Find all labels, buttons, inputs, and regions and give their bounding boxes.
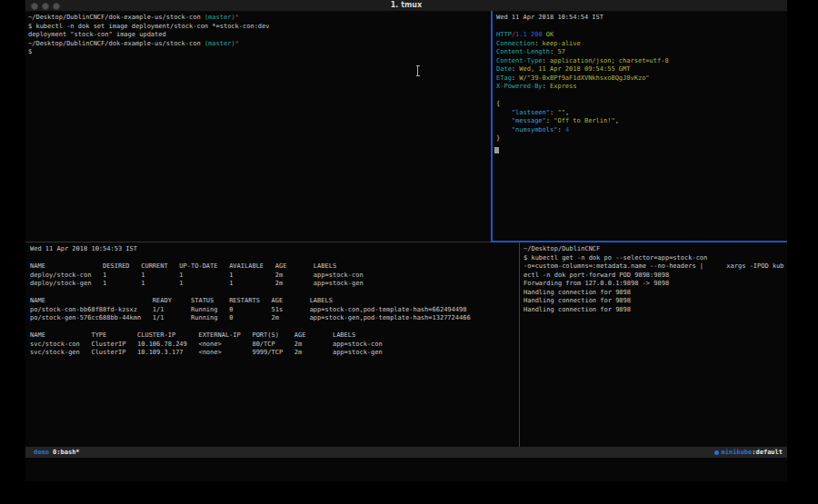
text-segment: Content-Type <box>496 57 543 64</box>
text-segment: 57 <box>557 48 564 55</box>
text-segment: -o=custom-columns=:metadata.name --no-he… <box>524 262 784 270</box>
text-segment: Forwarding from 127.0.0.1:9898 -> 9898 <box>524 280 669 287</box>
text-segment: , <box>565 109 569 116</box>
terminal-line: Wed 11 Apr 2018 10:54:53 IST <box>30 245 524 254</box>
text-segment: Handling connection for 9898 <box>524 297 631 304</box>
text-segment: Date <box>496 65 512 73</box>
session-name: demo <box>34 449 49 456</box>
text-segment: : <box>543 57 550 64</box>
status-right: minikube:default <box>714 447 787 458</box>
terminal-line: svc/stock-gen ClusterIP 10.109.3.177 <no… <box>30 349 524 358</box>
text-segment: $ kubectl get -n dok po --selector=app=s… <box>524 254 707 262</box>
text-segment: svc/stock-gen ClusterIP 10.109.3.177 <no… <box>30 349 383 356</box>
terminal-line: ~/Desktop/DublinCNCF <box>524 245 791 254</box>
text-segment: Connection <box>496 40 534 47</box>
text-segment: "numsymbols" <box>512 126 558 133</box>
text-segment: application/json; charset=utf-8 <box>550 57 669 64</box>
text-segment: ETag <box>496 74 512 82</box>
terminal-line: NAME DESIRED CURRENT UP-TO-DATE AVAILABL… <box>30 262 524 272</box>
text-segment: NAME DESIRED CURRENT UP-TO-DATE AVAILABL… <box>30 262 336 270</box>
kube-namespace: :default <box>752 449 783 456</box>
terminal-line <box>496 92 791 101</box>
pane-divider-horizontal-right[interactable] <box>491 241 787 242</box>
text-segment <box>496 126 512 133</box>
terminal-line: HTTP/1.1 200 OK <box>496 31 791 40</box>
text-segment: deploy/stock-gen 1 1 1 1 2m app=stock-ge… <box>30 280 364 287</box>
mouse-ibeam-cursor <box>417 65 418 76</box>
text-segment: W/"39-0xBPf9aF1dXVNkhsxoBQgJ8vKzo" <box>519 74 649 82</box>
text-segment: : <box>534 40 542 47</box>
text-segment: NAME READY STATUS RESTARTS AGE LABELS <box>30 297 333 304</box>
pane-top-left-shell[interactable]: ~/Desktop/DublinCNCF/dok-example-us/stoc… <box>25 11 494 244</box>
text-segment: NAME TYPE CLUSTER-IP EXTERNAL-IP PORT(S)… <box>30 331 355 339</box>
terminal-line: svc/stock-con ClusterIP 10.106.78.249 <n… <box>30 341 524 350</box>
terminal-line: NAME READY STATUS RESTARTS AGE LABELS <box>30 297 524 306</box>
terminal-line: "message": "Off to Berlin!", <box>496 117 791 126</box>
pane-divider-vertical-top[interactable] <box>491 11 493 242</box>
text-segment: : <box>557 126 564 133</box>
text-segment: "lastseen" <box>512 109 550 116</box>
text-segment: Handling connection for 9898 <box>524 289 631 296</box>
terminal-line: deploy/stock-gen 1 1 1 1 2m app=stock-ge… <box>30 280 524 289</box>
pane-top-right-http-response[interactable]: Wed 11 Apr 2018 10:54:54 ISTHTTP/1.1 200… <box>493 11 791 244</box>
text-segment: HTTP <box>496 31 512 38</box>
text-segment: (master) <box>204 14 235 21</box>
terminal-line: Handling connection for 9898 <box>524 289 791 298</box>
text-segment: deployment "stock-con" image updated <box>28 31 166 38</box>
terminal-line: Connection: keep-alive <box>496 40 791 49</box>
text-segment: 1.1 <box>515 31 527 38</box>
kube-context: minikube <box>722 449 753 456</box>
pane-bottom-left-kubectl-get[interactable]: Wed 11 Apr 2018 10:54:53 ISTNAME DESIRED… <box>25 242 524 450</box>
text-segment: * <box>235 40 239 47</box>
pane-divider-horizontal-left[interactable] <box>25 242 491 242</box>
terminal-cursor <box>494 147 499 153</box>
text-segment: Handling connection for 9898 <box>524 306 631 313</box>
terminal-line: Content-Type: application/json; charset=… <box>496 57 791 66</box>
text-segment: ~/Desktop/DublinCNCF/dok-example-us/stoc… <box>28 40 204 47</box>
terminal-line: $ kubectl -n dok set image deployment/st… <box>28 23 494 32</box>
pane-bottom-right-port-forward[interactable]: ~/Desktop/DublinCNCF$ kubectl get -n dok… <box>520 242 791 450</box>
terminal-line <box>30 323 524 332</box>
terminal-line: Wed 11 Apr 2018 10:54:54 IST <box>496 14 791 23</box>
text-segment: Wed 11 Apr 2018 10:54:54 IST <box>496 14 604 21</box>
tmux-status-bar: demo 0:bash* minikube:default <box>25 447 787 458</box>
terminal-line: NAME TYPE CLUSTER-IP EXTERNAL-IP PORT(S)… <box>30 331 524 341</box>
status-left: demo 0:bash* <box>25 447 80 458</box>
text-segment: , <box>615 117 619 124</box>
terminal-line: po/stock-con-bb68f88fd-kzsxz 1/1 Running… <box>30 306 524 315</box>
terminal-line: Handling connection for 9898 <box>524 306 791 315</box>
text-segment <box>496 117 512 124</box>
text-segment: keep-alive <box>543 40 581 47</box>
text-segment: Express <box>550 83 577 90</box>
text-segment: X-Powered-By <box>496 83 543 90</box>
text-segment: "" <box>557 109 564 116</box>
pane-divider-vertical-bottom[interactable] <box>519 242 520 447</box>
terminal-line: po/stock-gen-576cc688bb-44kmn 1/1 Runnin… <box>30 314 524 323</box>
text-segment: ~/Desktop/DublinCNCF <box>524 245 600 252</box>
window-list-item-active[interactable]: 0:bash* <box>53 449 80 456</box>
text-segment: "Off to Berlin!" <box>554 117 614 124</box>
terminal-line: "numsymbols": 4 <box>496 126 791 135</box>
text-segment: $ <box>28 48 32 55</box>
text-segment <box>496 109 512 116</box>
text-segment: 200 <box>531 31 543 38</box>
terminal-line: Content-Length: 57 <box>496 48 791 57</box>
text-segment: po/stock-con-bb68f88fd-kzsxz 1/1 Running… <box>30 306 466 313</box>
terminal-line: Date: Wed, 11 Apr 2018 09:54:55 GMT <box>496 65 791 74</box>
terminal-line: { <box>496 100 791 109</box>
terminal-line: $ <box>28 48 494 57</box>
terminal-line: ETag: W/"39-0xBPf9aF1dXVNkhsxoBQgJ8vKzo" <box>496 74 791 84</box>
text-segment: "message" <box>512 117 546 124</box>
terminal-line <box>496 23 791 32</box>
text-segment: ectl -n dok port-forward POD 9898:9898 <box>524 272 669 279</box>
terminal-line: Forwarding from 127.0.0.1:9898 -> 9898 <box>524 280 791 289</box>
terminal-window: 1. tmux ~/Desktop/DublinCNCF/dok-example… <box>25 0 787 481</box>
terminal-line: ~/Desktop/DublinCNCF/dok-example-us/stoc… <box>28 40 494 49</box>
kubernetes-icon <box>714 450 719 455</box>
text-segment: deploy/stock-con 1 1 1 1 2m app=stock-co… <box>30 272 364 279</box>
text-segment: po/stock-gen-576cc688bb-44kmn 1/1 Runnin… <box>30 314 471 321</box>
terminal-line <box>30 289 524 298</box>
terminal-line <box>30 254 524 263</box>
terminal-line: ~/Desktop/DublinCNCF/dok-example-us/stoc… <box>28 14 494 23</box>
text-segment: : <box>543 83 550 90</box>
